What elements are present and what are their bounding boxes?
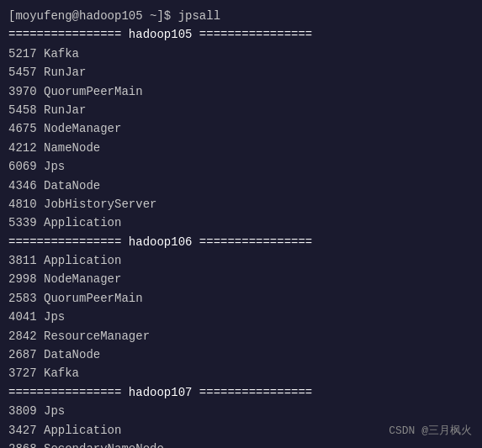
watermark: CSDN @三月枫火 [389,423,472,438]
process-line: 3727 Kafka [8,364,474,382]
process-line: 4675 NodeManager [8,119,474,138]
process-line: 5458 RunJar [8,101,474,119]
process-line: 3811 Application [8,251,474,270]
prompt-command: [moyufeng@hadoop105 ~]$ jpsall [8,7,474,25]
section-header-hadoop107: ================ hadoop107 =============… [8,383,474,402]
process-line: 2687 DataNode [8,345,474,364]
process-line: 2868 SecondaryNameNode [8,440,474,448]
process-line: 2998 NodeManager [8,270,474,288]
process-line: 3970 QuorumPeerMain [8,82,474,101]
process-line: 4810 JobHistoryServer [8,195,474,213]
process-line: 2583 QuorumPeerMain [8,289,474,308]
section-header-hadoop106: ================ hadoop106 =============… [8,233,474,251]
terminal-window: [moyufeng@hadoop105 ~]$ jpsall =========… [0,0,482,448]
process-line: 4041 Jps [8,308,474,326]
process-line: 6069 Jps [8,157,474,176]
process-line: 2842 ResourceManager [8,327,474,345]
process-line: 5457 RunJar [8,63,474,82]
process-line: 4212 NameNode [8,139,474,157]
section-header-hadoop105: ================ hadoop105 =============… [8,25,474,44]
process-line: 5217 Kafka [8,45,474,63]
process-line: 3809 Jps [8,402,474,420]
process-line: 5339 Application [8,213,474,232]
process-line: 4346 DataNode [8,177,474,195]
